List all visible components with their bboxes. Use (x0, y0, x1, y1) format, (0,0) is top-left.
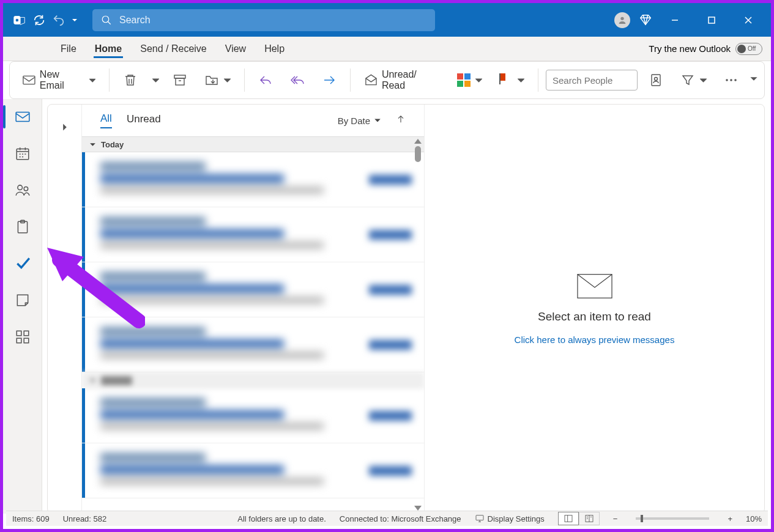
svg-rect-4 (709, 17, 715, 23)
move-button[interactable] (198, 68, 237, 92)
archive-button[interactable] (166, 68, 193, 92)
people-icon (15, 182, 31, 198)
book-icon (584, 514, 594, 523)
filter-button[interactable] (674, 68, 713, 92)
menu-send-receive[interactable]: Send / Receive (139, 40, 208, 58)
sort-direction-button[interactable] (396, 114, 406, 127)
titlebar-left (8, 13, 78, 27)
ribbon-separator (244, 68, 245, 92)
message-item[interactable] (82, 207, 424, 262)
menu-view[interactable]: View (224, 40, 247, 58)
refresh-icon[interactable] (32, 13, 46, 27)
account-avatar[interactable] (614, 12, 630, 28)
message-item[interactable] (82, 443, 424, 498)
message-item[interactable] (82, 152, 424, 207)
zoom-in-button[interactable]: + (727, 514, 732, 523)
apps-grid-icon (15, 329, 31, 345)
rail-notes[interactable] (13, 291, 32, 309)
chevron-down-icon (518, 77, 524, 84)
svg-point-12 (734, 79, 737, 81)
message-item[interactable] (82, 388, 424, 443)
ribbon-separator (538, 68, 538, 92)
ribbon-separator (109, 68, 110, 92)
rail-calendar[interactable] (13, 144, 32, 163)
minimize-button[interactable] (661, 10, 689, 31)
more-commands-button[interactable] (718, 68, 745, 92)
expand-folder-pane-icon[interactable] (61, 123, 69, 131)
status-bar: Items: 609 Unread: 582 All folders are u… (6, 511, 768, 526)
scroll-down-button[interactable] (414, 506, 422, 511)
zoom-slider[interactable] (636, 517, 709, 520)
search-box[interactable] (92, 9, 435, 31)
diamond-icon[interactable] (639, 13, 652, 27)
svg-rect-21 (17, 338, 21, 343)
menu-home[interactable]: Home (94, 40, 123, 58)
scroll-thumb[interactable] (415, 146, 421, 162)
message-item[interactable] (82, 317, 424, 372)
menu-help[interactable]: Help (263, 40, 286, 58)
try-new-outlook: Try the new Outlook Off (649, 43, 768, 55)
undo-icon[interactable] (52, 13, 65, 27)
ribbon-collapse-button[interactable] (750, 75, 758, 86)
rail-more-apps[interactable] (13, 328, 32, 346)
always-preview-link[interactable]: Click here to always preview messages (515, 334, 675, 345)
search-people-input[interactable] (546, 70, 638, 91)
rail-tasks[interactable] (13, 218, 32, 236)
svg-point-10 (726, 79, 728, 81)
unread-read-button[interactable]: Unread/ Read (358, 68, 446, 92)
reading-pane: Select an item to read Click here to alw… (425, 105, 764, 513)
message-list-scroll[interactable]: Today xxxxxxx (82, 136, 424, 513)
scroll-up-button[interactable] (414, 139, 422, 144)
columns-icon (564, 514, 573, 523)
try-new-outlook-label: Try the new Outlook (649, 43, 731, 54)
search-input[interactable] (119, 15, 426, 26)
tab-all[interactable]: All (100, 113, 112, 128)
address-book-button[interactable] (642, 68, 669, 92)
status-unread-count: Unread: 582 (63, 514, 107, 523)
qat-customize-chevron-icon[interactable] (72, 17, 78, 23)
sort-by-date[interactable]: By Date (338, 116, 381, 126)
zoom-out-button[interactable]: − (613, 514, 618, 523)
try-new-outlook-toggle[interactable]: Off (735, 43, 762, 55)
maximize-button[interactable] (698, 10, 726, 31)
titlebar-right (614, 10, 766, 31)
display-settings-button[interactable]: Display Settings (475, 514, 545, 523)
new-email-button[interactable]: New Email (16, 68, 102, 92)
menu-file[interactable]: File (59, 40, 78, 58)
rail-mail[interactable] (13, 108, 32, 126)
trash-icon (123, 73, 138, 87)
filter-icon (680, 73, 695, 87)
chevron-down-icon (475, 77, 482, 84)
view-reading-button[interactable] (579, 512, 600, 525)
forward-icon (322, 73, 337, 87)
group-header-blurred[interactable]: xxxxxxx (82, 372, 424, 388)
svg-point-15 (17, 185, 22, 190)
svg-rect-7 (176, 78, 184, 85)
tab-unread[interactable]: Unread (127, 113, 161, 128)
view-normal-button[interactable] (558, 512, 579, 525)
message-item[interactable] (82, 262, 424, 317)
move-to-folder-icon (204, 73, 219, 87)
flag-button[interactable] (493, 68, 530, 92)
status-connection: Connected to: Microsoft Exchange (340, 514, 461, 523)
calendar-icon (15, 146, 31, 161)
delete-split-button[interactable] (149, 68, 162, 92)
list-scrollbar[interactable] (413, 136, 423, 513)
group-header-today[interactable]: Today (82, 136, 424, 152)
message-list-tabs: All Unread By Date (82, 105, 424, 136)
rail-todo[interactable] (13, 254, 32, 273)
delete-button[interactable] (117, 68, 144, 92)
svg-point-3 (620, 17, 623, 20)
reply-button[interactable] (252, 68, 279, 92)
close-button[interactable] (734, 10, 762, 31)
outlook-app-icon[interactable] (13, 13, 26, 27)
rail-people[interactable] (13, 181, 32, 199)
svg-point-16 (24, 187, 28, 191)
svg-rect-5 (23, 76, 35, 84)
reply-all-button[interactable] (284, 68, 311, 92)
person-icon (617, 15, 627, 25)
zoom-percent[interactable]: 10% (746, 514, 762, 523)
forward-button[interactable] (316, 68, 343, 92)
categorize-button[interactable] (451, 68, 488, 92)
reply-icon (258, 73, 273, 87)
